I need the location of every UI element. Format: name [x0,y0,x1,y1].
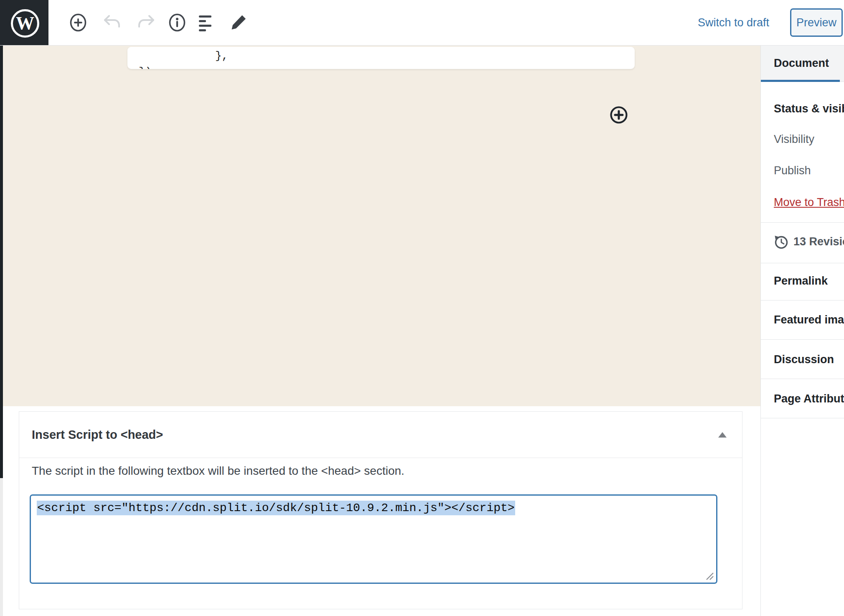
active-tab-indicator [761,80,840,82]
resize-grip-icon[interactable] [704,570,715,581]
edit-mode-button[interactable] [228,13,248,33]
panel-divider [761,339,844,340]
editor-canvas[interactable]: }, }) [3,46,760,406]
panel-divider [761,379,844,379]
insert-script-head-metabox: Insert Script to <head> The script in th… [19,411,742,609]
admin-menu-edge-bottom [0,478,3,616]
switch-to-draft-button[interactable]: Switch to draft [698,0,769,45]
metabox-title: Insert Script to <head> [32,412,163,458]
wordpress-logo-icon: W [11,9,39,38]
metabox-description: The script in the following textbox will… [32,464,404,478]
undo-button[interactable] [102,13,122,33]
content-info-button[interactable] [167,13,187,33]
collapse-arrow-icon[interactable] [718,432,727,438]
block-navigation-button[interactable] [198,13,218,33]
panel-permalink[interactable]: Permalink [774,274,828,288]
panel-divider [761,222,844,223]
visibility-label: Visibility [774,132,814,146]
metabox-header[interactable]: Insert Script to <head> [19,412,742,458]
info-icon [167,13,187,33]
redo-icon [136,13,156,33]
preview-button[interactable]: Preview [790,8,843,37]
revisions-button[interactable]: 13 Revisions [793,235,844,248]
panel-featured-image[interactable]: Featured image [774,313,844,326]
script-textarea[interactable]: <script src="https://cdn.split.io/sdk/sp… [30,494,717,584]
panel-divider [761,418,844,418]
wordpress-editor: W [0,0,844,616]
metabox-area: Insert Script to <head> The script in th… [3,406,760,616]
editor-toolbar: W [0,0,844,46]
pencil-icon [228,13,248,33]
code-block[interactable]: }, }) [127,47,635,69]
plus-circle-icon [68,13,88,33]
panel-discussion[interactable]: Discussion [774,353,834,366]
redo-button[interactable] [136,13,156,33]
publish-label: Publish [774,164,811,177]
code-line: }) [139,66,152,69]
add-block-button[interactable] [68,13,88,33]
panel-divider [761,300,844,300]
panel-status-visibility[interactable]: Status & visibility [774,102,844,115]
wordpress-menu-button[interactable]: W [0,0,48,45]
block-inserter-button[interactable] [609,105,628,125]
selected-script-text: <script src="https://cdn.split.io/sdk/sp… [37,501,515,515]
move-to-trash-button[interactable]: Move to Trash [774,196,844,209]
panel-page-attributes[interactable]: Page Attributes [774,392,844,405]
block-navigation-icon [198,13,218,33]
sidebar-tab-bar: Document [761,45,844,82]
tab-document[interactable]: Document [774,45,829,81]
history-clock-icon [773,234,789,250]
admin-menu-edge [0,0,3,478]
plus-circle-icon [609,105,628,125]
panel-divider [761,263,844,263]
settings-sidebar: Document Status & visibility Visibility … [760,45,844,616]
code-line: }, [215,50,228,62]
undo-icon [102,13,122,33]
